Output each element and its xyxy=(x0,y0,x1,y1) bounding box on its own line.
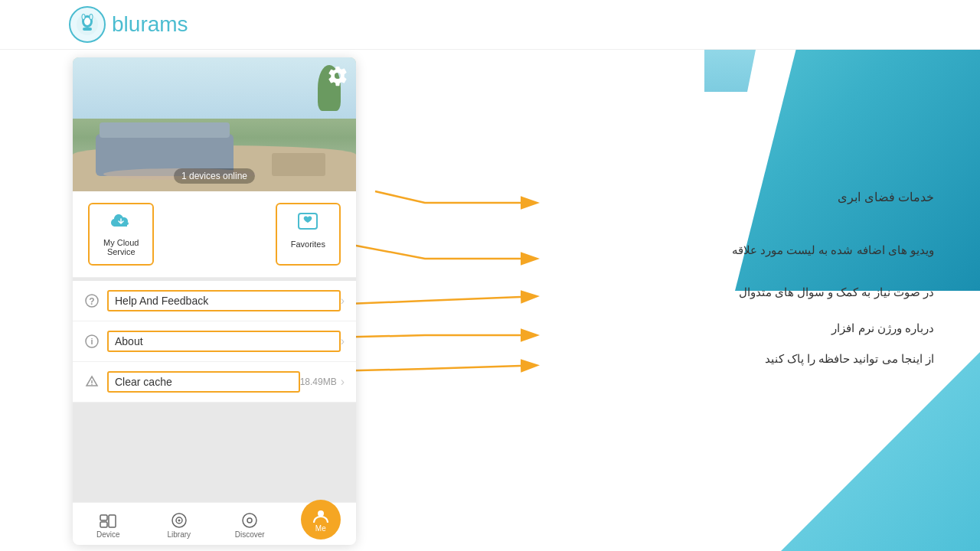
svg-point-23 xyxy=(247,518,252,523)
svg-point-6 xyxy=(83,15,85,19)
favorites-icon xyxy=(297,212,318,235)
nav-me-label: Me xyxy=(315,524,326,533)
header: blurams xyxy=(0,0,980,50)
help-feedback-label: Help And Feedback xyxy=(107,290,341,311)
svg-point-24 xyxy=(318,510,324,517)
logo-black-part: rams xyxy=(140,12,188,36)
nav-library-label: Library xyxy=(167,530,191,539)
favorites-annotation-text: ویدیو های اضافه شده به لیست مورد علاقه xyxy=(732,243,934,257)
svg-point-15 xyxy=(91,384,93,386)
nav-me[interactable]: Me xyxy=(301,500,341,540)
cloud-annotation-text: خدمات فضای ابری xyxy=(838,190,934,204)
favorites-card[interactable]: Favorites xyxy=(276,203,341,266)
services-row: My CloudService Favorites xyxy=(73,191,356,278)
svg-point-21 xyxy=(178,520,180,522)
devices-online-text: 1 devices online xyxy=(174,168,255,184)
cloud-arrow xyxy=(375,191,521,203)
logo-text: blurams xyxy=(112,12,188,37)
logo-icon xyxy=(69,6,106,43)
favorites-label: Favorites xyxy=(291,240,325,249)
cache-icon xyxy=(84,374,100,390)
svg-rect-16 xyxy=(100,515,107,520)
about-arrow xyxy=(329,335,521,337)
svg-rect-18 xyxy=(109,515,116,527)
svg-rect-3 xyxy=(83,28,92,31)
about-label: About xyxy=(107,331,341,352)
phone-mockup: 1 devices online My CloudService Favorit… xyxy=(73,57,356,545)
about-menu-item[interactable]: i About › xyxy=(73,321,356,362)
nav-discover-label: Discover xyxy=(235,530,265,539)
cache-size: 18.49MB xyxy=(300,377,337,387)
service-spacer xyxy=(154,203,275,266)
cloud-service-label: My CloudService xyxy=(103,238,139,256)
logo: blurams xyxy=(69,6,188,43)
help-arrow xyxy=(329,297,521,305)
logo-blue-part: blu xyxy=(112,12,140,36)
help-icon: ? xyxy=(84,293,100,308)
hero-table xyxy=(272,153,325,176)
about-icon: i xyxy=(84,334,100,349)
bottom-navigation: Device Library Discover M xyxy=(73,502,356,545)
about-annotation-text: درباره ورژن نرم افزار xyxy=(831,321,934,335)
clear-cache-label: Clear cache xyxy=(107,371,300,393)
svg-text:?: ? xyxy=(89,296,94,307)
cloud-service-card[interactable]: My CloudService xyxy=(88,203,154,266)
svg-point-22 xyxy=(243,514,256,527)
help-annotation-text: در صوت نیاز به کمک و سوال های متدوال xyxy=(739,285,934,299)
svg-rect-17 xyxy=(100,522,107,527)
nav-device-label: Device xyxy=(96,530,120,539)
hero-window xyxy=(73,57,356,119)
favorites-arrow xyxy=(352,245,521,259)
svg-point-7 xyxy=(90,15,93,19)
clear-cache-arrow: › xyxy=(341,375,345,389)
hero-image: 1 devices online xyxy=(73,57,356,191)
help-feedback-arrow: › xyxy=(341,294,345,308)
about-arrow: › xyxy=(341,334,345,348)
clear-cache-menu-item[interactable]: Clear cache 18.49MB › xyxy=(73,362,356,403)
phone-bottom-area xyxy=(73,403,356,502)
settings-gear-icon[interactable] xyxy=(327,65,348,86)
nav-library[interactable]: Library xyxy=(144,509,215,542)
nav-discover[interactable]: Discover xyxy=(214,509,286,542)
cache-arrow xyxy=(329,366,521,371)
svg-text:i: i xyxy=(90,337,93,346)
nav-device[interactable]: Device xyxy=(73,509,144,542)
svg-point-2 xyxy=(84,18,90,25)
cloud-icon xyxy=(110,212,132,233)
help-feedback-menu-item[interactable]: ? Help And Feedback › xyxy=(73,281,356,321)
cache-annotation-text: از اینجا می توانید حافظه را پاک کنید xyxy=(765,352,934,366)
bg-decoration-bottom-right xyxy=(781,352,980,551)
